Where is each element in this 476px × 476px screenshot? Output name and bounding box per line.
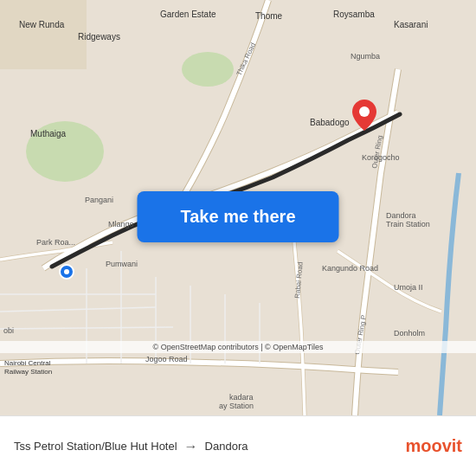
svg-text:Babadogo: Babadogo: [310, 118, 350, 127]
origin-dot: [59, 264, 74, 280]
svg-text:Kasarani: Kasarani: [394, 20, 428, 29]
svg-point-44: [64, 269, 69, 274]
svg-text:Jogoo Road: Jogoo Road: [145, 355, 188, 363]
svg-rect-2: [0, 0, 87, 69]
svg-text:obi: obi: [3, 326, 14, 335]
destination-pin: [352, 100, 376, 131]
svg-text:ay Station: ay Station: [219, 402, 254, 410]
map-attribution: © OpenStreetMap contributors | © OpenMap…: [0, 341, 476, 353]
moovit-logo: moovit: [405, 436, 462, 456]
svg-text:Garden Estate: Garden Estate: [160, 10, 216, 19]
map-container: New Runda Ridgeways Garden Estate Thome …: [0, 0, 476, 415]
route-info: Tss Petrol Station/Blue Hut Hotel → Dand…: [14, 439, 405, 454]
origin-label: Tss Petrol Station/Blue Hut Hotel: [14, 440, 177, 453]
svg-text:Nairobi Central: Nairobi Central: [4, 359, 51, 367]
svg-text:Train Station: Train Station: [386, 220, 430, 228]
svg-text:Thome: Thome: [255, 11, 283, 21]
bottom-bar: Tss Petrol Station/Blue Hut Hotel → Dand…: [0, 415, 476, 476]
svg-text:Ridgeways: Ridgeways: [78, 32, 120, 42]
destination-label: Dandora: [205, 440, 248, 453]
take-me-there-button[interactable]: Take me there: [137, 191, 338, 242]
svg-text:Ngumba: Ngumba: [351, 52, 380, 61]
moovit-logo-text: moovit: [405, 436, 462, 456]
route-arrow-icon: →: [184, 439, 198, 454]
svg-text:kadara: kadara: [229, 393, 254, 402]
svg-text:Donholm: Donholm: [394, 329, 425, 338]
svg-text:Dandora: Dandora: [386, 211, 416, 220]
svg-text:Pangani: Pangani: [85, 196, 113, 204]
svg-text:Umoja II: Umoja II: [394, 283, 423, 292]
svg-text:New Runda: New Runda: [19, 20, 65, 29]
svg-text:Pumwani: Pumwani: [106, 260, 138, 268]
svg-text:Kangundo Road: Kangundo Road: [322, 264, 378, 273]
svg-text:Roysamba: Roysamba: [333, 10, 375, 19]
svg-point-42: [359, 106, 370, 117]
svg-text:Railway Station: Railway Station: [4, 368, 52, 376]
svg-text:Mlango: Mlango: [108, 220, 134, 228]
svg-text:Muthaiga: Muthaiga: [30, 129, 67, 138]
svg-point-3: [182, 52, 234, 87]
svg-text:Park Roa...: Park Roa...: [36, 238, 75, 247]
